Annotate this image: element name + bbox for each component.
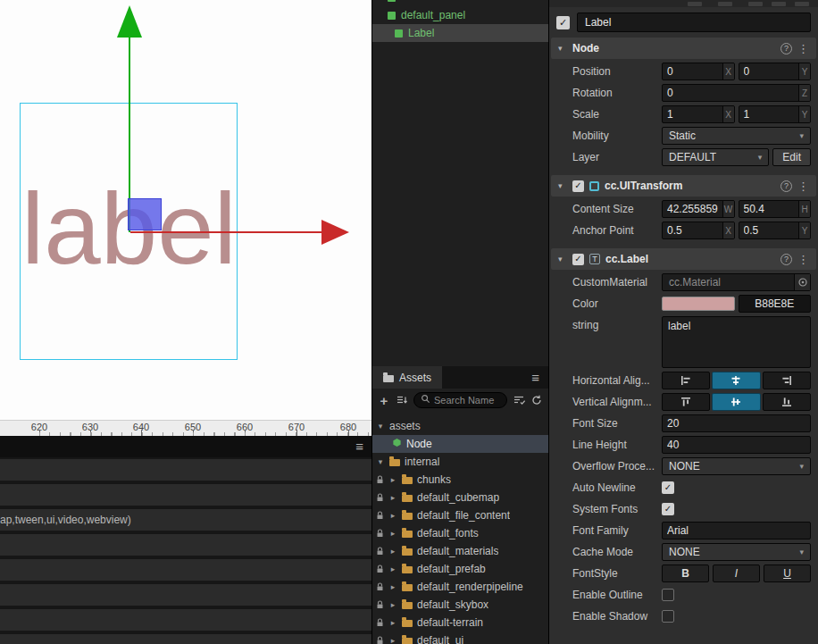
console-row[interactable] [0, 534, 371, 556]
tree-item-default-materials[interactable]: ▸ default_materials [372, 542, 548, 560]
position-x-input[interactable] [663, 65, 722, 78]
align-left-button[interactable] [662, 372, 710, 389]
console-row[interactable] [0, 459, 371, 481]
node-name-input[interactable] [577, 13, 811, 32]
chevron-right-icon[interactable]: ▸ [388, 618, 397, 627]
titlebar-icon[interactable] [748, 2, 763, 6]
string-textarea[interactable]: label [662, 316, 811, 368]
content-width-field[interactable]: W [662, 200, 735, 218]
chevron-right-icon[interactable]: ▸ [388, 582, 397, 591]
tree-item-default-skybox[interactable]: ▸ default_skybox [372, 596, 548, 614]
underline-button[interactable]: U [764, 565, 811, 582]
titlebar-icon[interactable] [688, 2, 702, 6]
italic-button[interactable]: I [713, 565, 760, 582]
titlebar-icon[interactable] [772, 2, 786, 6]
content-height-field[interactable]: H [739, 200, 812, 218]
auto-newline-checkbox[interactable]: ✓ [662, 481, 674, 494]
search-input[interactable] [434, 395, 500, 406]
help-icon[interactable]: ? [780, 254, 792, 265]
position-y-field[interactable]: Y [739, 63, 812, 80]
tree-item-node[interactable]: Node [372, 435, 548, 453]
gizmo-x-axis[interactable] [130, 231, 323, 233]
content-width-input[interactable] [663, 203, 722, 215]
scale-x-input[interactable] [663, 108, 722, 121]
tree-item-internal[interactable]: ▾ internal [372, 453, 548, 471]
scene-viewport[interactable]: label [0, 0, 371, 420]
anchor-x-field[interactable]: X [662, 222, 735, 239]
chevron-down-icon[interactable]: ▾ [558, 181, 567, 190]
chevron-right-icon[interactable]: ▸ [388, 547, 397, 556]
section-header-cclabel[interactable]: ▾ ✓ T cc.Label ? ⋮ [551, 248, 816, 270]
chevron-right-icon[interactable]: ▸ [388, 529, 397, 538]
console-row[interactable] [0, 634, 371, 644]
kebab-menu-icon[interactable]: ⋮ [797, 43, 809, 54]
asset-search-box[interactable] [413, 392, 507, 408]
chevron-right-icon[interactable]: ▸ [388, 493, 397, 502]
gizmo-x-arrow-icon[interactable] [321, 220, 349, 245]
tree-item-default-file-content[interactable]: ▸ default_file_content [372, 506, 548, 524]
console-row[interactable] [0, 484, 371, 506]
font-size-field[interactable] [662, 414, 811, 432]
chevron-right-icon[interactable]: ▸ [388, 511, 397, 520]
system-fonts-checkbox[interactable]: ✓ [662, 503, 674, 515]
chevron-down-icon[interactable]: ▾ [376, 422, 385, 431]
section-header-node[interactable]: ▾ Node ? ⋮ [551, 38, 816, 59]
align-middle-button[interactable] [712, 393, 760, 411]
align-top-button[interactable] [662, 393, 710, 411]
enable-shadow-checkbox[interactable] [662, 610, 674, 623]
section-header-uitransform[interactable]: ▾ ✓ cc.UITransform ? ⋮ [551, 175, 816, 197]
rotation-z-input[interactable] [663, 87, 798, 99]
anchor-y-input[interactable] [739, 224, 799, 237]
chevron-right-icon[interactable]: ▸ [388, 600, 397, 609]
bold-button[interactable]: B [662, 565, 709, 582]
position-x-field[interactable]: X [662, 63, 735, 80]
node-active-checkbox[interactable]: ✓ [556, 16, 570, 29]
mobility-select[interactable]: Static ▾ [662, 127, 811, 145]
hierarchy-row-partial[interactable] [372, 0, 548, 6]
console-row[interactable] [0, 559, 371, 581]
layer-select[interactable]: DEFAULT ▾ [662, 148, 769, 166]
chevron-right-icon[interactable]: ▸ [388, 636, 397, 644]
chevron-down-icon[interactable]: ▾ [558, 44, 567, 53]
tree-item-default-cubemap[interactable]: ▸ default_cubemap [372, 489, 548, 506]
rotation-z-field[interactable]: Z [662, 84, 811, 102]
chevron-down-icon[interactable]: ▾ [558, 255, 567, 263]
chevron-right-icon[interactable]: ▸ [388, 565, 397, 573]
font-family-input[interactable] [663, 524, 810, 537]
tree-item-default-ui[interactable]: ▸ default_ui [372, 631, 548, 644]
chevron-right-icon[interactable]: ▸ [388, 475, 397, 484]
custom-material-field[interactable]: cc.Material [662, 273, 811, 291]
tree-item-default-terrain[interactable]: ▸ default-terrain [372, 614, 548, 631]
scale-y-input[interactable] [739, 108, 799, 121]
asset-picker-icon[interactable] [794, 274, 810, 290]
cache-mode-select[interactable]: NONE ▾ [662, 543, 811, 561]
font-family-field[interactable] [662, 522, 811, 539]
enable-outline-checkbox[interactable] [662, 589, 674, 601]
align-bottom-button[interactable] [763, 393, 811, 411]
console-row[interactable] [0, 584, 371, 606]
kebab-menu-icon[interactable]: ⋮ [797, 180, 809, 192]
scale-y-field[interactable]: Y [739, 105, 812, 123]
anchor-y-field[interactable]: Y [739, 222, 812, 239]
line-height-field[interactable] [662, 436, 811, 454]
kebab-menu-icon[interactable]: ⋮ [797, 254, 809, 265]
content-height-input[interactable] [739, 203, 799, 215]
tree-item-assets[interactable]: ▾ assets [372, 417, 548, 435]
color-swatch[interactable] [662, 297, 735, 311]
help-icon[interactable]: ? [780, 180, 792, 192]
layer-edit-button[interactable]: Edit [772, 148, 811, 166]
tree-item-default-prefab[interactable]: ▸ default_prefab [372, 560, 548, 578]
hierarchy-item-default-panel[interactable]: default_panel [372, 6, 548, 24]
position-y-input[interactable] [739, 65, 799, 78]
gizmo-y-arrow-icon[interactable] [117, 5, 142, 38]
chevron-down-icon[interactable]: ▾ [376, 457, 385, 466]
align-center-button[interactable] [712, 372, 760, 389]
line-height-input[interactable] [663, 439, 810, 451]
titlebar-icon[interactable] [718, 2, 732, 6]
titlebar-icon[interactable] [795, 2, 809, 6]
scale-x-field[interactable]: X [662, 105, 735, 123]
tree-item-default-renderpipeline[interactable]: ▸ default_renderpipeline [372, 578, 548, 596]
overflow-select[interactable]: NONE ▾ [662, 457, 811, 475]
tree-item-default-fonts[interactable]: ▸ default_fonts [372, 524, 548, 542]
uitransform-enabled-checkbox[interactable]: ✓ [572, 180, 584, 192]
